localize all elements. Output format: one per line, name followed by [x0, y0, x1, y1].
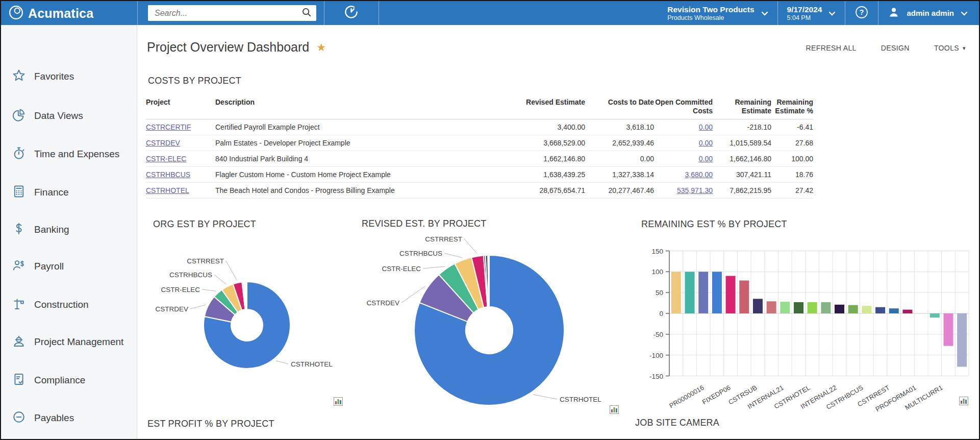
widget-menu-icon[interactable]: [334, 397, 343, 408]
sidebar-item-time-and-expenses[interactable]: Time and Expenses: [1, 145, 137, 163]
table-header: ProjectDescriptionRevised EstimateCosts …: [146, 98, 813, 119]
dashboard-actions: REFRESH ALL DESIGN TOOLS▾: [806, 44, 966, 52]
worker-icon: [12, 334, 26, 350]
label-leader-line: [276, 361, 288, 364]
clock-icon: [343, 4, 359, 22]
open-committed-link[interactable]: 0.00: [654, 139, 713, 147]
cell-remaining_estimate_pct: 18.76: [771, 170, 813, 179]
project-link[interactable]: CSTRHBCUS: [146, 170, 215, 179]
donut-slice-label: CSTR-ELEC: [382, 265, 421, 273]
cell-revised_estimate: 28,675,654.71: [435, 186, 585, 194]
widget-menu-icon[interactable]: [959, 397, 968, 407]
label-leader-line: [226, 261, 237, 280]
table-body: CSTRCERTIFCertified Payroll Example Proj…: [146, 119, 813, 199]
y-tick-label: 100: [651, 268, 663, 276]
cell-remaining_estimate: -218.10: [713, 123, 771, 131]
bar: [753, 299, 763, 313]
project-link[interactable]: CSTR-ELEC: [146, 155, 215, 163]
star-icon: [12, 68, 26, 85]
table-row: CSTRCERTIFCertified Payroll Example Proj…: [146, 119, 813, 135]
label-leader-line: [202, 289, 216, 291]
project-link[interactable]: CSTRCERTIF: [146, 123, 215, 131]
sidebar-item-project-management[interactable]: Project Management: [1, 333, 137, 351]
sidebar-item-payroll[interactable]: Payroll: [1, 258, 137, 275]
favorite-star-icon[interactable]: ★: [316, 42, 326, 53]
sidebar-item-banking[interactable]: Banking: [1, 221, 137, 238]
org_est-donut: CSTRHOTELCSTRDEVCSTR-ELECCSTRHBCUSCSTRRE…: [144, 231, 358, 409]
cell-revised_estimate: 1,662,146.80: [435, 155, 585, 163]
open-committed-link[interactable]: 3,680.00: [654, 170, 713, 179]
header-divider: [379, 1, 379, 25]
sidebar-item-favorites[interactable]: Favorites: [1, 68, 137, 85]
bar: [943, 313, 953, 346]
y-tick-label: -150: [649, 373, 663, 380]
tenant-selector[interactable]: Revision Two Products Products Wholesale: [658, 1, 777, 25]
label-leader-line: [464, 239, 477, 254]
bar: [739, 280, 749, 313]
bar: [712, 272, 722, 313]
project-link[interactable]: CSTRDEV: [146, 139, 215, 147]
sidebar-item-label: Data Views: [34, 110, 83, 121]
help-button[interactable]: ?: [845, 1, 878, 25]
open-committed-link[interactable]: 0.00: [654, 155, 713, 163]
label-leader-line: [444, 253, 462, 258]
tools-button[interactable]: TOOLS▾: [934, 44, 966, 52]
acumatica-dashboard-screen: Acumatica Revision Two P: [0, 0, 980, 440]
y-tick-label: -100: [649, 352, 663, 359]
bar: [726, 276, 736, 314]
costs-table: ProjectDescriptionRevised EstimateCosts …: [146, 98, 813, 199]
chevron-down-icon: [761, 9, 768, 18]
x-tick-label: FIXEDP06: [701, 384, 732, 406]
sidebar-item-finance[interactable]: Finance: [1, 184, 137, 201]
user-name: admin admin: [907, 9, 954, 17]
sidebar-item-construction[interactable]: Construction: [1, 296, 137, 313]
donut-slice-label: CSTRHBCUS: [169, 271, 212, 279]
label-leader-line: [423, 266, 445, 268]
project-link[interactable]: CSTRHOTEL: [146, 186, 215, 194]
time-tracking-button[interactable]: [324, 1, 379, 25]
x-tick-label: PR00000016: [668, 384, 705, 410]
refresh-all-button[interactable]: REFRESH ALL: [806, 44, 856, 52]
org-est-donut-chart: CSTRHOTELCSTRDEVCSTR-ELECCSTRHBCUSCSTRRE…: [144, 231, 358, 409]
app-header: Acumatica Revision Two P: [1, 1, 979, 25]
sidebar-item-compliance[interactable]: Compliance: [1, 372, 137, 389]
sidebar-item-data-views[interactable]: Data Views: [1, 107, 137, 125]
open-committed-link[interactable]: 535,971.30: [654, 186, 713, 194]
design-button[interactable]: DESIGN: [881, 44, 910, 52]
widget-menu-icon[interactable]: [610, 405, 619, 416]
cell-costs_to_date: 1,327,338.14: [585, 170, 654, 179]
label-leader-line: [533, 395, 557, 399]
datetime-selector[interactable]: 9/17/2024 5:04 PM: [777, 1, 845, 25]
sidebar-item-label: Banking: [34, 224, 69, 235]
y-tick-label: 50: [656, 289, 663, 297]
chevron-down-icon: [961, 9, 968, 18]
cell-description: Certified Payroll Example Project: [215, 123, 435, 131]
cell-remaining_estimate_pct: -6.41: [771, 123, 813, 131]
page-title-row: Project Overview Dashboard ★: [147, 40, 326, 55]
bar: [957, 313, 967, 367]
search-icon[interactable]: [301, 7, 312, 20]
open-committed-link[interactable]: 0.00: [654, 123, 713, 131]
sidebar-item-label: Project Management: [34, 336, 123, 348]
cell-remaining_estimate: 307,421.11: [713, 170, 771, 179]
cell-revised_estimate: 3,400.00: [435, 123, 585, 131]
svg-text:?: ?: [860, 8, 864, 16]
donut-slice-label: CSTRREST: [187, 257, 224, 265]
bar: [930, 313, 940, 317]
section-title-job-site: JOB SITE CAMERA: [635, 418, 719, 428]
sidebar-item-label: Construction: [34, 299, 89, 310]
circle-minus-icon: [12, 410, 26, 426]
cell-costs_to_date: 0.00: [585, 155, 654, 163]
sidebar-item-label: Payroll: [34, 261, 64, 272]
user-menu[interactable]: admin admin: [878, 1, 977, 25]
search-input[interactable]: [148, 9, 301, 18]
acumatica-logo[interactable]: Acumatica: [8, 5, 93, 22]
bar: [862, 306, 871, 313]
table-row: CSTR-ELEC840 Industrial Park Building 41…: [146, 151, 813, 167]
cell-costs_to_date: 3,618.10: [585, 123, 654, 131]
bar: [875, 307, 885, 313]
remaining-pct-bars: 150100500-50-100-150PR00000016FIXEDP06CS…: [634, 230, 976, 434]
stopwatch-icon: [12, 146, 26, 162]
revised-est-donut-chart: CSTRHOTELCSTRDEVCSTR-ELECCSTRHBCUSCSTRRE…: [353, 230, 626, 415]
sidebar-item-payables[interactable]: Payables: [1, 409, 137, 427]
